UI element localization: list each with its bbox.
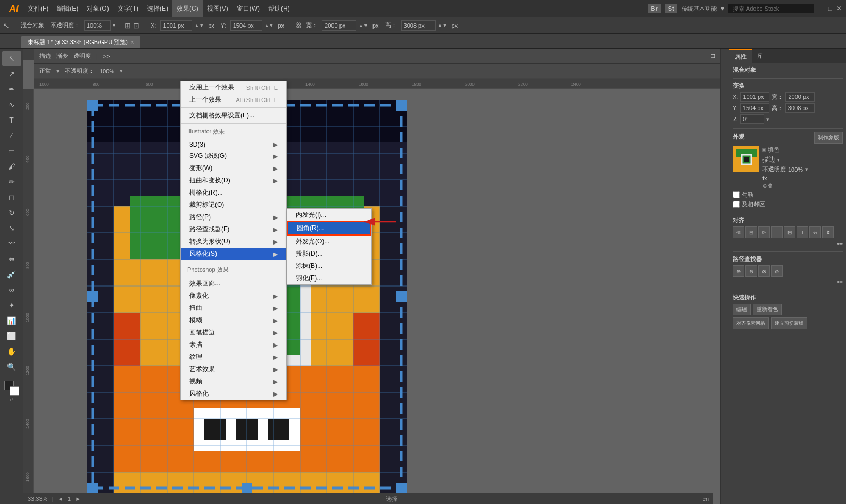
inner-glow[interactable]: 内发光(I)... (287, 209, 371, 221)
window-close[interactable]: ✕ (836, 5, 842, 12)
effect-crop-marks[interactable]: 裁剪标记(O) (181, 199, 286, 211)
recolor-btn[interactable]: 重新着色 (753, 304, 782, 315)
x-input[interactable] (160, 20, 192, 31)
eraser-tool[interactable]: ◻ (2, 190, 21, 205)
canvas-area[interactable]: 描边 渐变 透明度 | >> ⊟ 正常 ▾ 不透明度： 100% ▾ 1000 … (23, 49, 720, 504)
make-symbol-btn[interactable]: 制作象版 (814, 132, 843, 144)
width-tool[interactable]: ⇔ (2, 251, 21, 266)
page-nav-prev[interactable]: ◄ (57, 495, 63, 502)
opacity-dropdown[interactable]: ▾ (120, 68, 123, 74)
menu-help[interactable]: 帮助(H) (264, 0, 294, 17)
trash-appearance[interactable]: 🗑 (768, 183, 773, 189)
align-top[interactable]: ⊤ (771, 226, 783, 238)
doc-raster-settings[interactable]: 文档栅格效果设置(E)... (181, 110, 286, 122)
w-input[interactable] (322, 20, 356, 31)
effect-distort-ps[interactable]: 扭曲▶ (181, 302, 286, 314)
page-nav-next[interactable]: ► (75, 495, 81, 502)
round-corners[interactable]: 圆角(R)... (287, 221, 371, 236)
effect-stylize-ps[interactable]: 风格化▶ (181, 388, 286, 400)
pf-minus[interactable]: ⊖ (745, 265, 757, 277)
menu-object[interactable]: 对象(O) (82, 0, 113, 17)
effect-svg-filter[interactable]: SVG 滤镜(G)▶ (181, 150, 286, 162)
effect-distort[interactable]: 扭曲和变换(D)▶ (181, 174, 286, 187)
selection-tool[interactable]: ↖ (2, 51, 21, 66)
panel-icon[interactable]: ⊟ (710, 53, 715, 60)
rp-y-input[interactable] (740, 103, 769, 113)
search-input[interactable] (728, 4, 814, 13)
line-tool[interactable]: ∕ (2, 128, 21, 143)
rotate-tool[interactable]: ↻ (2, 205, 21, 220)
opacity-arrow[interactable]: ▾ (113, 22, 115, 28)
effect-blur[interactable]: 模糊▶ (181, 314, 286, 326)
rp-h-input[interactable] (785, 103, 815, 113)
symbol-tool[interactable]: ✦ (2, 298, 21, 313)
w-spinner[interactable]: ▲▼ (359, 23, 368, 28)
menu-select[interactable]: 选择(E) (143, 0, 172, 17)
align-left[interactable]: ⫷ (733, 226, 744, 238)
effect-3d[interactable]: 3D(3)▶ (181, 139, 286, 150)
pf-exclude[interactable]: ⊘ (771, 265, 783, 277)
effect-gallery[interactable]: 效果画廊... (181, 278, 286, 290)
rp-w-input[interactable] (785, 92, 815, 102)
menu-file[interactable]: 文件(F) (23, 0, 53, 17)
column-graph-tool[interactable]: 📊 (2, 313, 21, 328)
opacity-rp-dropdown[interactable]: ▾ (805, 166, 808, 173)
menu-type[interactable]: 文字(T) (113, 0, 143, 17)
align-center-v[interactable]: ⊟ (784, 226, 795, 238)
scale-tool[interactable]: ⤡ (2, 221, 21, 236)
pen-tool[interactable]: ✒ (2, 82, 21, 97)
fill-checkbox[interactable] (733, 191, 740, 198)
h-input[interactable] (401, 20, 436, 31)
blend-dropdown[interactable]: ▾ (56, 68, 60, 74)
x-spinner[interactable]: ▲▼ (194, 23, 204, 28)
rp-angle-dropdown[interactable]: ▾ (766, 116, 769, 123)
pf-more[interactable]: ••• (837, 279, 843, 285)
rp-x-input[interactable] (740, 92, 769, 102)
effect-pixelate[interactable]: 像素化▶ (181, 290, 286, 302)
rp-angle-input[interactable] (740, 114, 764, 124)
group-btn[interactable]: 编组 (733, 304, 751, 315)
artboard-tool[interactable]: ⬜ (2, 329, 21, 343)
stroke-dropdown[interactable]: ▾ (777, 157, 780, 163)
make-clipping-btn[interactable]: 建立剪切蒙版 (771, 317, 807, 329)
align-more[interactable]: ••• (837, 241, 843, 247)
eyedropper-tool[interactable]: 💉 (2, 267, 21, 282)
effect-warp[interactable]: 变形(W)▶ (181, 162, 286, 174)
menu-effect[interactable]: 效果(C) (172, 0, 203, 17)
window-minimize[interactable]: — (818, 5, 824, 12)
pf-unite[interactable]: ⊕ (733, 265, 744, 277)
rect-tool[interactable]: ▭ (2, 144, 21, 158)
shape-checkbox[interactable] (733, 201, 740, 208)
direct-select-tool[interactable]: ↗ (2, 66, 21, 81)
doc-tab-active[interactable]: 未标题-1* @ 33.33% (RGB/GPU 预览) × (21, 36, 140, 48)
y-spinner[interactable]: ▲▼ (264, 23, 274, 28)
outer-glow[interactable]: 外发光(O)... (287, 236, 371, 248)
drop-shadow[interactable]: 投影(D)... (287, 248, 371, 260)
blend-tool[interactable]: ∞ (2, 282, 21, 297)
opacity-input[interactable] (84, 20, 111, 31)
effect-stylize[interactable]: 风格化(S)▶ (181, 248, 286, 260)
effect-rasterize[interactable]: 栅格化(R)... (181, 187, 286, 199)
apply-last-effect[interactable]: 应用上一个效果Shift+Ctrl+E (181, 81, 286, 94)
tab-close-btn[interactable]: × (131, 39, 134, 45)
effect-pathfinder[interactable]: 路径查找器(F)▶ (181, 223, 286, 236)
align-right[interactable]: ⫸ (758, 226, 770, 238)
scribble[interactable]: 涂抹(B)... (287, 260, 371, 272)
canvas-viewport[interactable] (34, 89, 720, 493)
effect-path[interactable]: 路径(P)▶ (181, 211, 286, 223)
effect-video[interactable]: 视频▶ (181, 375, 286, 388)
type-tool[interactable]: T (2, 113, 21, 128)
feather[interactable]: 羽化(F)... (287, 272, 371, 284)
h-spinner[interactable]: ▲▼ (438, 23, 447, 28)
paintbrush-tool[interactable]: 🖌 (2, 159, 21, 174)
duplicate-appearance[interactable]: ⊕ (762, 183, 767, 189)
y-input[interactable] (230, 20, 262, 31)
collapse-icon[interactable]: >> (103, 53, 110, 60)
distribute-h[interactable]: ⇔ (809, 226, 821, 238)
align-pixel-btn[interactable]: 对齐像素网格 (733, 317, 769, 329)
hand-tool[interactable]: ✋ (2, 344, 21, 359)
menu-view[interactable]: 视图(V) (203, 0, 233, 17)
stock-btn[interactable]: St (665, 4, 677, 13)
zoom-tool[interactable]: 🔍 (2, 359, 21, 374)
effect-artistic[interactable]: 艺术效果▶ (181, 363, 286, 375)
